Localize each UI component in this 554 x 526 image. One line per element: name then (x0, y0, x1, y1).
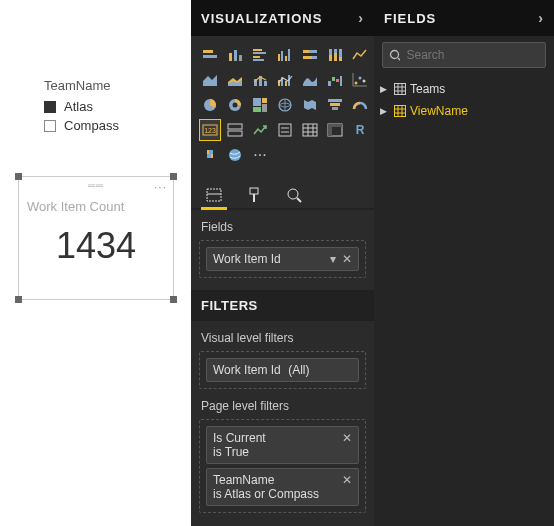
visual-menu-icon[interactable]: ··· (154, 180, 167, 194)
svg-rect-22 (339, 57, 342, 61)
visualizations-header[interactable]: VISUALIZATIONS › (191, 0, 374, 36)
drag-handle-icon[interactable]: ══ (88, 180, 104, 191)
fields-panel: FIELDS › ▶ Teams ▶ ViewName (374, 0, 554, 526)
checkbox-checked-icon[interactable] (44, 101, 56, 113)
svg-point-38 (359, 77, 362, 80)
clustered-column-chart-icon[interactable] (274, 44, 296, 66)
stacked-column-chart-icon[interactable] (224, 44, 246, 66)
filter-pill[interactable]: TeamName is Atlas or Compass ✕ (206, 468, 359, 506)
gauge-icon[interactable] (349, 94, 371, 116)
card-label: Work Item Count (27, 199, 124, 214)
svg-line-75 (297, 198, 301, 202)
svg-point-37 (355, 82, 358, 85)
kpi-icon[interactable] (249, 119, 271, 141)
r-visual-icon[interactable]: R (349, 119, 371, 141)
analytics-tab[interactable] (283, 182, 305, 208)
svg-point-76 (391, 50, 399, 58)
svg-rect-16 (303, 56, 312, 59)
funnel-chart-icon[interactable] (324, 94, 346, 116)
slicer-item[interactable]: Atlas (44, 99, 119, 114)
resize-handle-tl[interactable] (15, 173, 22, 180)
fields-tab[interactable] (203, 182, 225, 208)
svg-rect-9 (278, 54, 280, 61)
hundred-stacked-bar-icon[interactable] (299, 44, 321, 66)
slicer-icon[interactable] (274, 119, 296, 141)
svg-rect-83 (395, 106, 406, 117)
slicer-item[interactable]: Compass (44, 118, 119, 133)
panel-title: FIELDS (384, 11, 436, 26)
matrix-icon[interactable] (324, 119, 346, 141)
page-filters-well[interactable]: Is Current is True ✕ TeamName is Atlas o… (199, 419, 366, 513)
table-item-teams[interactable]: ▶ Teams (380, 78, 548, 100)
search-icon (389, 49, 400, 62)
field-pill[interactable]: Work Item Id ▾ ✕ (206, 247, 359, 271)
hundred-stacked-column-icon[interactable] (324, 44, 346, 66)
remove-filter-icon[interactable]: ✕ (342, 431, 352, 445)
svg-rect-57 (279, 124, 291, 136)
fields-search[interactable] (382, 42, 546, 68)
visual-gallery: 123 R ··· (191, 36, 374, 176)
card-visual[interactable]: ══ ··· Work Item Count 1434 (18, 176, 174, 300)
svg-rect-11 (285, 56, 287, 61)
fields-well[interactable]: Work Item Id ▾ ✕ (199, 240, 366, 278)
waterfall-chart-icon[interactable] (324, 69, 346, 91)
format-tab[interactable] (243, 182, 265, 208)
visual-filters-well[interactable]: Work Item Id (All) (199, 351, 366, 389)
svg-rect-48 (253, 107, 261, 112)
slicer-title: TeamName (44, 78, 119, 93)
search-input[interactable] (406, 48, 539, 62)
fields-header[interactable]: FIELDS › (374, 0, 554, 36)
card-icon[interactable]: 123 (199, 119, 221, 141)
checkbox-unchecked-icon[interactable] (44, 120, 56, 132)
line-chart-icon[interactable] (349, 44, 371, 66)
clustered-bar-chart-icon[interactable] (249, 44, 271, 66)
remove-field-icon[interactable]: ✕ (342, 252, 352, 266)
stacked-bar-chart-icon[interactable] (199, 44, 221, 66)
multi-row-card-icon[interactable] (224, 119, 246, 141)
line-clustered-column-icon[interactable] (274, 69, 296, 91)
resize-handle-br[interactable] (170, 296, 177, 303)
slicer-visual[interactable]: TeamName Atlas Compass (44, 78, 119, 137)
filter-name: Is Current (213, 431, 266, 445)
chevron-right-icon[interactable]: › (358, 10, 364, 26)
table-item-viewname[interactable]: ▶ ViewName (380, 100, 548, 122)
svg-point-69 (229, 149, 241, 161)
more-visuals-icon[interactable]: ··· (249, 144, 271, 166)
table-icon[interactable] (299, 119, 321, 141)
filters-header: FILTERS (191, 290, 374, 321)
arcgis-map-icon[interactable] (224, 144, 246, 166)
svg-rect-12 (288, 49, 290, 61)
filled-map-icon[interactable] (299, 94, 321, 116)
scatter-chart-icon[interactable] (349, 69, 371, 91)
panel-title: VISUALIZATIONS (201, 11, 322, 26)
donut-chart-icon[interactable] (224, 94, 246, 116)
table-label: Teams (410, 82, 445, 96)
treemap-icon[interactable] (249, 94, 271, 116)
filter-name: Work Item Id (213, 363, 281, 377)
chevron-right-icon[interactable]: › (538, 10, 544, 26)
expand-icon[interactable]: ▶ (380, 84, 390, 94)
chevron-down-icon[interactable]: ▾ (330, 252, 336, 266)
ribbon-chart-icon[interactable] (299, 69, 321, 91)
area-chart-icon[interactable] (199, 69, 221, 91)
report-canvas[interactable]: TeamName Atlas Compass ══ ··· Work Item … (0, 0, 191, 526)
filter-summary: is True (213, 445, 249, 459)
line-stacked-column-icon[interactable] (249, 69, 271, 91)
remove-filter-icon[interactable]: ✕ (342, 473, 352, 487)
svg-rect-6 (253, 52, 266, 54)
svg-rect-33 (328, 81, 331, 86)
resize-handle-tr[interactable] (170, 173, 177, 180)
slicer-item-label: Compass (64, 118, 119, 133)
map-icon[interactable] (274, 94, 296, 116)
filter-pill[interactable]: Work Item Id (All) (206, 358, 359, 382)
resize-handle-bl[interactable] (15, 296, 22, 303)
svg-rect-3 (234, 50, 237, 61)
svg-rect-4 (239, 55, 242, 61)
svg-rect-28 (264, 81, 267, 86)
pie-chart-icon[interactable] (199, 94, 221, 116)
fields-tree: ▶ Teams ▶ ViewName (374, 74, 554, 126)
python-visual-icon[interactable] (199, 144, 221, 166)
filter-pill[interactable]: Is Current is True ✕ (206, 426, 359, 464)
expand-icon[interactable]: ▶ (380, 106, 390, 116)
stacked-area-chart-icon[interactable] (224, 69, 246, 91)
